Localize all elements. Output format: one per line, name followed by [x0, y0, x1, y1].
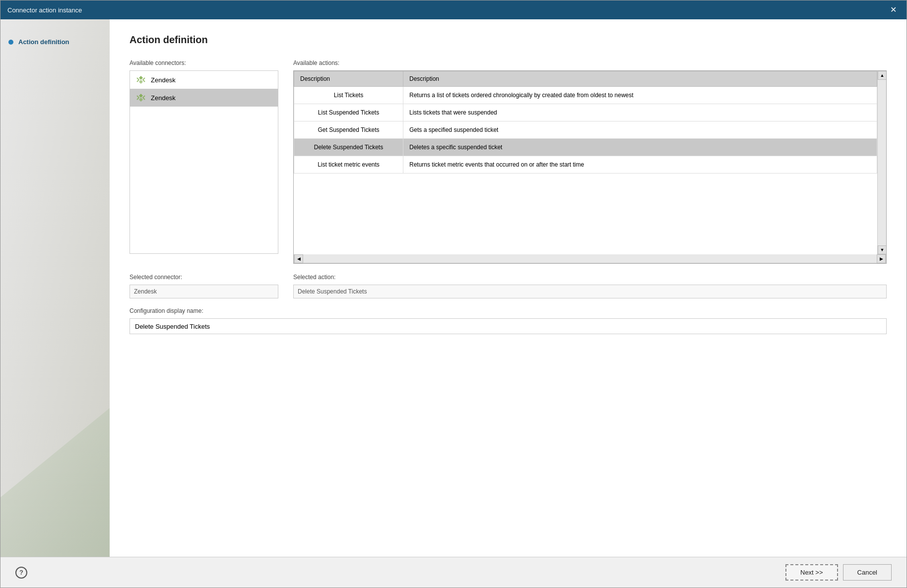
- zendesk-icon-2: [136, 93, 146, 103]
- config-display-name-input[interactable]: [130, 318, 887, 334]
- actions-table-wrapper: Description Description List Tickets Ret…: [293, 70, 887, 264]
- action-row-metric-events[interactable]: List ticket metric events Returns ticket…: [294, 156, 877, 174]
- action-name-1: List Tickets: [294, 87, 403, 104]
- sidebar-item-label: Action definition: [18, 38, 69, 46]
- h-scroll-right-btn[interactable]: ▶: [877, 254, 886, 263]
- selected-fields-row: Selected connector: Selected action:: [130, 274, 887, 298]
- actions-column: Available actions: Description Descripti…: [293, 59, 887, 264]
- footer-buttons: Next >> Cancel: [785, 564, 892, 581]
- action-name-2: List Suspended Tickets: [294, 104, 403, 121]
- title-bar: Connector action instance ✕: [0, 0, 907, 19]
- h-scroll-left-btn[interactable]: ◀: [294, 254, 303, 263]
- action-name-5: List ticket metric events: [294, 156, 403, 174]
- config-name-group: Configuration display name:: [130, 307, 887, 334]
- page-title: Action definition: [130, 34, 887, 46]
- h-scrollbar[interactable]: ◀ ▶: [294, 254, 886, 263]
- action-desc-4: Deletes a specific suspended ticket: [403, 139, 877, 156]
- connector-list[interactable]: Zendesk Zendesk: [130, 70, 278, 254]
- connector-name-1: Zendesk: [151, 76, 176, 84]
- action-name-4: Delete Suspended Tickets: [294, 139, 403, 156]
- connector-name-2: Zendesk: [151, 94, 176, 102]
- actions-header-row: Description Description: [294, 71, 877, 87]
- zendesk-icon-1: [136, 75, 146, 85]
- connectors-column: Available connectors:: [130, 59, 278, 264]
- actions-label: Available actions:: [293, 59, 887, 66]
- col-header-desc: Description: [403, 71, 877, 87]
- selected-action-input: [293, 285, 887, 298]
- selected-action-label: Selected action:: [293, 274, 887, 281]
- window-title: Connector action instance: [7, 6, 82, 14]
- v-scroll-up-btn[interactable]: ▲: [878, 71, 886, 80]
- footer: ? Next >> Cancel: [0, 557, 907, 588]
- connector-item-zendesk-2[interactable]: Zendesk: [130, 89, 278, 107]
- help-button[interactable]: ?: [15, 567, 27, 579]
- action-row-delete-suspended[interactable]: Delete Suspended Tickets Deletes a speci…: [294, 139, 877, 156]
- config-display-name-label: Configuration display name:: [130, 307, 887, 314]
- close-button[interactable]: ✕: [887, 5, 900, 15]
- sidebar: Action definition: [0, 19, 110, 557]
- action-row-list-suspended[interactable]: List Suspended Tickets Lists tickets tha…: [294, 104, 877, 121]
- sidebar-bullet-icon: [8, 40, 13, 45]
- connectors-label: Available connectors:: [130, 59, 278, 66]
- v-scroll-track[interactable]: [878, 80, 886, 245]
- v-scroll-down-btn[interactable]: ▼: [878, 245, 886, 254]
- sidebar-item-action-definition[interactable]: Action definition: [0, 34, 110, 50]
- h-scroll-track[interactable]: [303, 254, 877, 263]
- action-desc-5: Returns ticket metric events that occurr…: [403, 156, 877, 174]
- top-section: Available connectors:: [130, 59, 887, 264]
- main-content: Action definition Available connectors:: [110, 19, 907, 557]
- sidebar-decoration: [0, 408, 110, 557]
- selected-connector-label: Selected connector:: [130, 274, 278, 281]
- content-area: Action definition Action definition Avai…: [0, 19, 907, 557]
- action-desc-3: Gets a specified suspended ticket: [403, 121, 877, 139]
- action-desc-1: Returns a list of tickets ordered chrono…: [403, 87, 877, 104]
- dialog-window: Connector action instance ✕ Action defin…: [0, 0, 907, 588]
- v-scrollbar[interactable]: ▲ ▼: [877, 71, 886, 254]
- connector-item-zendesk-1[interactable]: Zendesk: [130, 71, 278, 89]
- action-row-list-tickets[interactable]: List Tickets Returns a list of tickets o…: [294, 87, 877, 104]
- action-row-get-suspended[interactable]: Get Suspended Tickets Gets a specified s…: [294, 121, 877, 139]
- cancel-button[interactable]: Cancel: [843, 564, 892, 581]
- actions-table: Description Description List Tickets Ret…: [294, 71, 877, 174]
- selected-action-group: Selected action:: [293, 274, 887, 298]
- selected-connector-input: [130, 285, 278, 298]
- col-header-name: Description: [294, 71, 403, 87]
- action-name-3: Get Suspended Tickets: [294, 121, 403, 139]
- selected-connector-group: Selected connector:: [130, 274, 278, 298]
- next-button[interactable]: Next >>: [785, 564, 838, 581]
- action-desc-2: Lists tickets that were suspended: [403, 104, 877, 121]
